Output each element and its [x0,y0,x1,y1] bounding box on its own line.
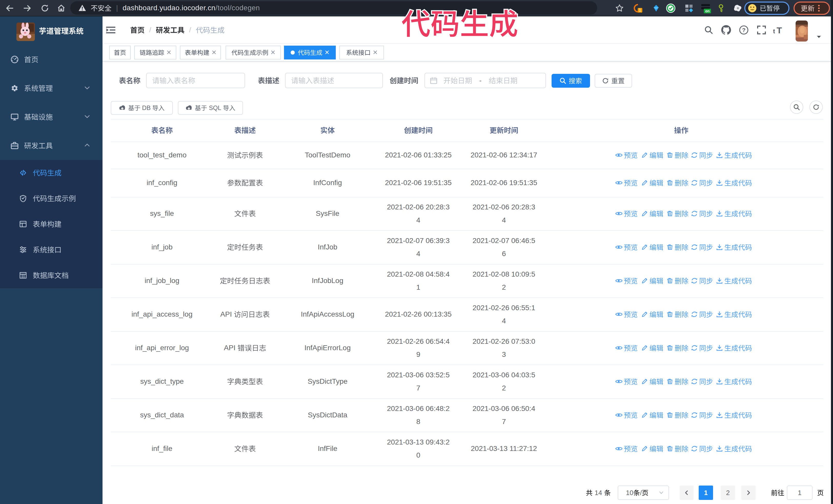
svg-text:T: T [777,26,782,34]
svg-text:on: on [705,9,710,13]
svg-text:1: 1 [639,8,641,12]
svg-text:?: ? [742,27,745,33]
svg-text:t: t [773,28,775,34]
